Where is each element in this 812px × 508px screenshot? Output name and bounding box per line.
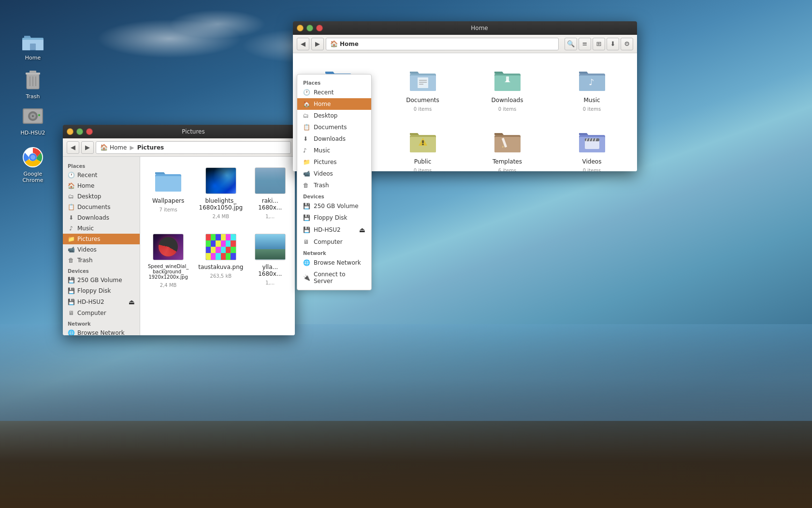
sidebar-downloads-p[interactable]: ⬇Downloads xyxy=(63,212,140,223)
dropdown-recent[interactable]: 🕐 Recent xyxy=(297,87,371,98)
file-item-documents[interactable]: Documents 0 items xyxy=(383,61,462,117)
dropdown-connect-server[interactable]: 🔌 Connect to Server xyxy=(297,269,371,287)
wallpapers-meta: 7 items xyxy=(159,207,177,212)
floppy-icon-p: 💾 xyxy=(68,287,74,294)
dropdown-trash-icon: 🗑 xyxy=(303,182,310,189)
desktop-icon-chrome[interactable]: Google Chrome xyxy=(14,143,52,186)
file-item-tausta[interactable]: taustakuva.png 263,5 kB xyxy=(195,228,246,293)
wallpapers-folder-svg xyxy=(154,168,182,193)
home-folder-icon xyxy=(21,30,44,53)
svg-marker-59 xyxy=(494,133,504,135)
pictures-close-btn[interactable] xyxy=(86,128,93,135)
dropdown-250gb[interactable]: 💾 250 GB Volume xyxy=(297,200,371,212)
dropdown-downloads[interactable]: ⬇ Downloads xyxy=(297,133,371,145)
dropdown-desktop-icon: 🗂 xyxy=(303,112,310,119)
ylla-icon-wrap xyxy=(255,233,286,261)
sidebar-hd-p[interactable]: 💾HD-HSU2 ⏏ xyxy=(63,296,140,308)
home-search-btn[interactable]: 🔍 xyxy=(565,38,577,50)
home-window-title: Home xyxy=(326,25,633,31)
public-file-meta: 0 items xyxy=(414,168,432,171)
home-loc-home[interactable]: Home xyxy=(340,41,359,47)
pictures-forward-btn[interactable]: ▶ xyxy=(81,141,94,154)
svg-marker-31 xyxy=(410,72,419,74)
sidebar-desktop-p[interactable]: 🗂Desktop xyxy=(63,191,140,202)
home-minimize-btn[interactable] xyxy=(297,25,304,31)
home-back-btn[interactable]: ◀ xyxy=(297,38,309,50)
sidebar-trash-p[interactable]: 🗑Trash xyxy=(63,255,140,266)
svg-rect-17 xyxy=(38,114,40,116)
dropdown-videos[interactable]: 📹 Videos xyxy=(297,168,371,179)
file-item-public[interactable]: Public 0 items xyxy=(383,122,462,171)
home-settings-btn[interactable]: ⚙ xyxy=(621,38,633,50)
file-item-bluelights[interactable]: bluelights_1680x1050.jpg 2,4 MB xyxy=(195,162,246,224)
dropdown-documents[interactable]: 📋 Documents xyxy=(297,121,371,133)
file-item-speed[interactable]: Speed_wineDial_background_1920x1200x.jpg… xyxy=(145,228,191,293)
pictures-maximize-btn[interactable] xyxy=(76,128,83,135)
dropdown-hd-hsu2[interactable]: 💾 HD-HSU2 ⏏ xyxy=(297,224,371,236)
sidebar-home-p[interactable]: 🏠Home xyxy=(63,180,140,191)
home-maximize-btn[interactable] xyxy=(306,25,313,31)
home-forward-btn[interactable]: ▶ xyxy=(311,38,324,50)
desktop-icon-trash[interactable]: Trash xyxy=(14,65,52,103)
file-item-templates[interactable]: Templates 6 items xyxy=(468,122,547,171)
pictures-loc-pictures[interactable]: Pictures xyxy=(137,144,164,151)
dropdown-videos-icon: 📹 xyxy=(303,170,310,177)
dropdown-devices-label: Devices xyxy=(297,191,371,200)
sidebar-docs-p[interactable]: 📋Documents xyxy=(63,202,140,212)
dropdown-eject-icon[interactable]: ⏏ xyxy=(359,226,365,234)
file-item-ylla[interactable]: ylla...1680x... 1,... xyxy=(250,228,290,293)
home-grid-view-btn[interactable]: ⊞ xyxy=(593,38,605,50)
dropdown-computer[interactable]: 🖥 Computer xyxy=(297,236,371,248)
raki-icon-wrap xyxy=(255,166,286,194)
home-icon-p: 🏠 xyxy=(68,182,74,189)
pictures-location-bar[interactable]: 🏠 Home ▶ Pictures xyxy=(96,141,291,154)
svg-rect-40 xyxy=(506,76,509,82)
sidebar-browse-p[interactable]: 🌐Browse Network xyxy=(63,328,140,335)
trash-icon-label: Trash xyxy=(26,93,40,100)
home-location-bar[interactable]: 🏠 Home xyxy=(326,38,559,50)
dropdown-floppy[interactable]: 💾 Floppy Disk xyxy=(297,212,371,224)
pictures-minimize-btn[interactable] xyxy=(67,128,73,135)
sidebar-music-p[interactable]: ♪Music xyxy=(63,223,140,234)
dropdown-pictures[interactable]: 📁 Pictures xyxy=(297,156,371,168)
dropdown-browse-network[interactable]: 🌐 Browse Network xyxy=(297,257,371,269)
dropdown-music[interactable]: ♪ Music xyxy=(297,145,371,156)
desktop-icon-hd[interactable]: HD-HSU2 xyxy=(14,102,52,139)
sidebar-videos-p[interactable]: 📹Videos xyxy=(63,244,140,255)
svg-marker-64 xyxy=(579,133,588,135)
file-item-music[interactable]: ♪ Music 0 items xyxy=(552,61,631,117)
pictures-window-title: Pictures xyxy=(96,128,291,135)
sidebar-pictures-p[interactable]: 📁Pictures xyxy=(63,234,140,244)
sidebar-recent-p[interactable]: 🕐Recent xyxy=(63,170,140,180)
dropdown-desktop[interactable]: 🗂 Desktop xyxy=(297,110,371,121)
bluelights-icon-wrap xyxy=(205,166,236,194)
sidebar-250gb-p[interactable]: 💾250 GB Volume xyxy=(63,275,140,285)
dropdown-trash[interactable]: 🗑 Trash xyxy=(297,179,371,191)
svg-rect-4 xyxy=(23,40,43,50)
pictures-loc-home[interactable]: Home xyxy=(110,144,127,151)
svg-marker-27 xyxy=(325,72,334,74)
file-item-wallpapers[interactable]: Wallpapers 7 items xyxy=(145,162,191,224)
file-item-raki[interactable]: raki...1680x... 1,... xyxy=(250,162,290,224)
svg-rect-23 xyxy=(155,176,181,192)
devices-label-p: Devices xyxy=(63,266,140,275)
file-item-videos[interactable]: Videos 0 items xyxy=(552,122,631,171)
pictures-titlebar: Pictures xyxy=(63,125,295,138)
home-list-view-btn[interactable]: ≡ xyxy=(579,38,591,50)
pictures-file-grid: Wallpapers 7 items bluelights_1680x1050.… xyxy=(145,162,290,293)
dropdown-network-label: Network xyxy=(297,248,371,257)
desktop-icon-home[interactable]: Home xyxy=(14,27,52,64)
home-sort-btn[interactable]: ⬇ xyxy=(607,38,619,50)
dropdown-home[interactable]: 🏠 Home xyxy=(297,98,371,110)
file-item-downloads[interactable]: Downloads 0 items xyxy=(468,61,547,117)
sidebar-computer-p[interactable]: 🖥Computer xyxy=(63,308,140,318)
water-area xyxy=(0,324,812,421)
eject-icon-p[interactable]: ⏏ xyxy=(129,298,135,306)
sidebar-floppy-p[interactable]: 💾Floppy Disk xyxy=(63,285,140,296)
recent-icon-p: 🕐 xyxy=(68,172,74,179)
pictures-back-btn[interactable]: ◀ xyxy=(67,141,79,154)
hd-icon xyxy=(21,105,44,128)
home-close-btn[interactable] xyxy=(316,25,323,31)
videos-file-meta: 0 items xyxy=(583,168,601,171)
videos-file-icon-wrap xyxy=(577,127,608,155)
